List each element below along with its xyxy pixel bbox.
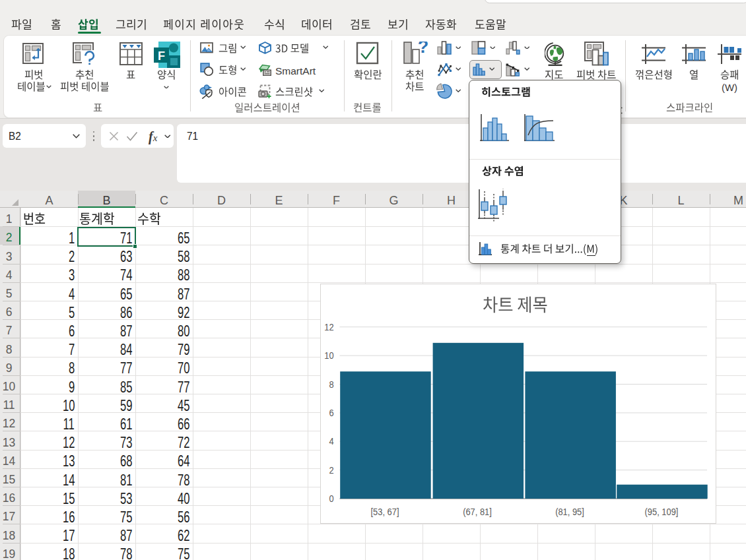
svg-text:F: F (158, 49, 165, 63)
svg-text:?: ? (418, 42, 428, 57)
